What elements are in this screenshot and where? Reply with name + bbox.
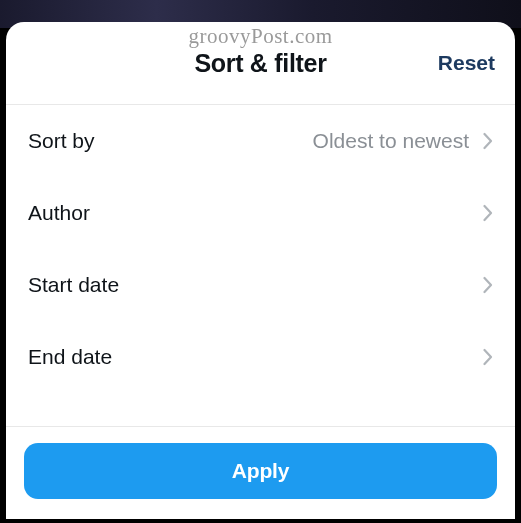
start-date-label: Start date — [28, 273, 119, 297]
chevron-right-icon — [483, 132, 493, 150]
sheet-footer: Apply — [6, 426, 515, 519]
reset-button[interactable]: Reset — [438, 51, 495, 75]
end-date-label: End date — [28, 345, 112, 369]
author-label: Author — [28, 201, 90, 225]
end-date-row[interactable]: End date — [6, 321, 515, 393]
apply-button[interactable]: Apply — [24, 443, 497, 499]
chevron-right-icon — [483, 276, 493, 294]
sheet-header: Sort & filter Reset — [6, 22, 515, 105]
sort-by-label: Sort by — [28, 129, 95, 153]
start-date-row[interactable]: Start date — [6, 249, 515, 321]
sort-filter-sheet: Sort & filter Reset Sort by Oldest to ne… — [6, 22, 515, 519]
author-row[interactable]: Author — [6, 177, 515, 249]
sort-by-value: Oldest to newest — [313, 129, 469, 153]
sort-by-row[interactable]: Sort by Oldest to newest — [6, 105, 515, 177]
chevron-right-icon — [483, 348, 493, 366]
sheet-title: Sort & filter — [194, 49, 326, 78]
chevron-right-icon — [483, 204, 493, 222]
filter-rows: Sort by Oldest to newest Author Start da… — [6, 105, 515, 426]
